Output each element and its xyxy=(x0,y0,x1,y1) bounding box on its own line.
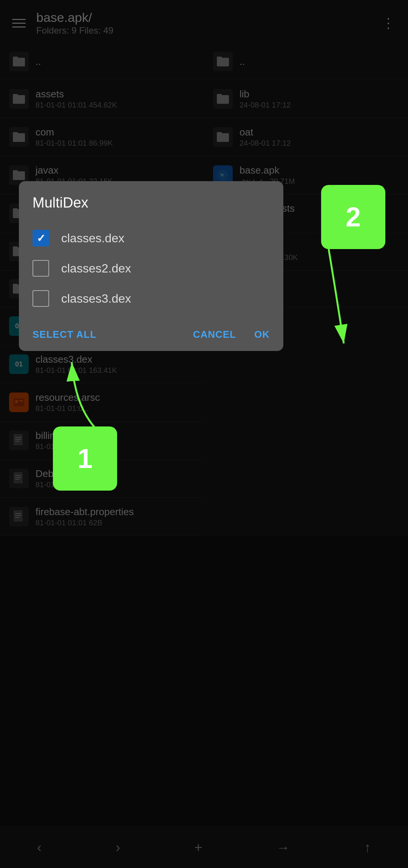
checkbox-classes3-dex[interactable] xyxy=(32,290,49,307)
badge-1: 1 xyxy=(53,426,117,491)
badge-2: 2 xyxy=(321,185,385,249)
dialog-actions-right: CANCEL OK xyxy=(193,329,270,340)
checkbox-classes-dex[interactable]: ✓ xyxy=(32,230,49,246)
checkbox-classes2-dex[interactable] xyxy=(32,260,49,277)
dialog-title: MultiDex xyxy=(32,195,270,211)
checkbox-label-classes-dex: classes.dex xyxy=(61,231,124,245)
multidex-dialog: MultiDex ✓ classes.dex classes2.dex clas… xyxy=(19,181,283,351)
cancel-button[interactable]: CANCEL xyxy=(193,329,236,340)
checkbox-item-classes2-dex[interactable]: classes2.dex xyxy=(32,253,270,283)
checkbox-label-classes2-dex: classes2.dex xyxy=(61,262,131,275)
dialog-actions: SELECT ALL CANCEL OK xyxy=(32,324,270,340)
ok-button[interactable]: OK xyxy=(254,329,270,340)
checkbox-label-classes3-dex: classes3.dex xyxy=(61,292,131,306)
checkbox-item-classes3-dex[interactable]: classes3.dex xyxy=(32,283,270,314)
select-all-button[interactable]: SELECT ALL xyxy=(32,329,96,340)
checkbox-item-classes-dex[interactable]: ✓ classes.dex xyxy=(32,223,270,253)
